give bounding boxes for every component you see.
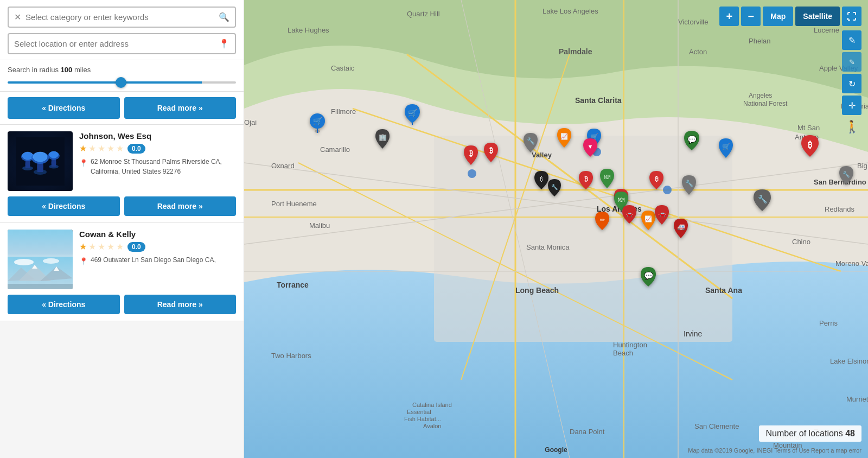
zoom-out-button[interactable]: − (741, 7, 761, 26)
star-3b: ★ (98, 241, 105, 252)
svg-text:₿: ₿ (584, 175, 588, 183)
result-address-1: 📍 62 Monroe St Thousand Palms Riverside … (79, 157, 236, 176)
result-buttons-2: « Directions Read more » (8, 295, 236, 314)
map-pin-wrench-gray-large[interactable]: 🔧 (753, 189, 771, 214)
result-item-1: Johnson, Wes Esq ★ ★ ★ ★ ★ 0.0 📍 62 Monr… (0, 125, 244, 223)
map-footer-text: Map data ©2019 Google, INEGI Terms of Us… (688, 447, 861, 454)
map-pin-building[interactable]: 🏢 (374, 129, 391, 152)
svg-text:Ojai: Ojai (244, 118, 257, 126)
edit-icon: ✎ (848, 35, 856, 46)
map-pin-truck-red[interactable]: 🚑 (673, 219, 689, 241)
map-pin-blue-cart-1[interactable]: 🛒 (309, 112, 326, 137)
read-more-button-1[interactable]: Read more » (124, 196, 237, 216)
svg-point-19 (14, 259, 34, 265)
google-attribution: Google (545, 446, 567, 454)
move-button[interactable]: ✛ (842, 96, 861, 115)
map-pin-bitcoin-1[interactable]: ₿ (463, 145, 479, 168)
map-pin-dropdown-pink[interactable]: ▼ (583, 138, 598, 160)
rating-badge-2: 0.0 (127, 242, 145, 252)
map-pin-chat-green-2[interactable]: 💬 (640, 267, 657, 291)
radius-slider-container (8, 77, 236, 88)
map-pin-wrench-3[interactable]: 🔧 (681, 175, 697, 198)
mushroom-svg (16, 137, 65, 186)
svg-text:Victorville: Victorville (678, 18, 708, 26)
clear-category-button[interactable]: ✕ (14, 12, 21, 22)
svg-text:National Forest: National Forest (743, 100, 788, 107)
result-buttons-1: « Directions Read more » (8, 196, 236, 216)
edit-map-button-2[interactable]: ✎ (842, 52, 861, 72)
svg-text:Port Hueneme: Port Hueneme (271, 200, 317, 208)
category-search-input[interactable] (25, 12, 219, 22)
svg-text:🔧: 🔧 (685, 179, 693, 187)
map-pin-bitcoin-3[interactable]: ₿ (578, 171, 593, 193)
svg-text:🔧: 🔧 (527, 137, 535, 145)
refresh-icon: ↻ (848, 79, 856, 89)
svg-text:Santa Clarita: Santa Clarita (575, 96, 622, 105)
svg-text:Chino: Chino (792, 238, 810, 246)
svg-text:🛒: 🛒 (722, 142, 730, 150)
map-pin-blue-cart-2[interactable]: 🛒 (404, 104, 421, 129)
map-pin-bitcoin-topright[interactable]: ₿ (801, 135, 819, 160)
star-2b: ★ (88, 241, 96, 252)
read-more-button-2[interactable]: Read more » (124, 295, 237, 314)
map-pin-food-green[interactable]: 🍽 (599, 169, 615, 192)
svg-text:Lake Elsinore: Lake Elsinore (830, 357, 868, 365)
svg-text:💬: 💬 (644, 271, 654, 281)
svg-point-20 (43, 258, 59, 264)
refresh-button[interactable]: ↻ (842, 74, 861, 93)
map-pin-edit-orange[interactable]: ✏ (595, 212, 610, 233)
fullscreen-button[interactable] (842, 7, 861, 26)
map-pin-wrench-1[interactable]: 🔧 (522, 133, 539, 156)
svg-text:₿: ₿ (489, 147, 493, 155)
map-area[interactable]: Lake Hughes Quartz Hill Lake Los Angeles… (244, 0, 868, 458)
map-pin-black-1[interactable]: ₿ (534, 171, 549, 193)
top-read-more-button[interactable]: Read more » (124, 97, 237, 119)
map-pin-car-red-1[interactable]: 🚗 (622, 205, 637, 227)
category-search-box: ✕ 🔍 (8, 7, 236, 28)
person-button[interactable]: 🚶 (842, 117, 861, 137)
directions-button-2[interactable]: « Directions (8, 295, 120, 314)
satellite-view-button[interactable]: Satellite (795, 7, 840, 26)
svg-text:🍽: 🍽 (604, 173, 610, 181)
svg-text:Lake Los Angeles: Lake Los Angeles (542, 7, 598, 15)
svg-text:Lucerne: Lucerne (814, 26, 839, 34)
map-pin-bitcoin-5[interactable]: ₿ (649, 171, 664, 193)
svg-point-9 (49, 151, 59, 158)
result-address-2: 📍 469 Outwater Ln San Diego San Diego CA… (79, 255, 236, 267)
map-pin-blue-cart-right[interactable]: 🛒 (718, 138, 734, 161)
radius-label: Search in radius 100 miles (8, 66, 236, 74)
result-content-2: Cowan & Kelly ★ ★ ★ ★ ★ 0.0 📍 469 Outwat… (8, 230, 236, 289)
map-pin-car-red-2[interactable]: 🚗 (654, 205, 670, 228)
svg-text:San Clemente: San Clemente (694, 422, 739, 430)
map-pin-chat-green-1[interactable]: 💬 (683, 131, 700, 155)
locations-count-value: 48 (845, 429, 855, 438)
map-view-button[interactable]: Map (763, 7, 793, 26)
zoom-in-button[interactable]: + (719, 7, 739, 26)
radius-slider[interactable] (8, 81, 236, 84)
mushroom-image (8, 131, 73, 191)
svg-point-36 (468, 169, 476, 178)
svg-text:Palmdale: Palmdale (559, 47, 592, 56)
svg-text:Malibu: Malibu (309, 221, 330, 230)
result-stars-1: ★ ★ ★ ★ ★ 0.0 (79, 143, 236, 154)
map-pin-trend-orange[interactable]: 📈 (556, 128, 572, 151)
svg-text:Angeles: Angeles (749, 92, 772, 99)
left-panel: ✕ 🔍 📍 Search in radius 100 miles « Direc… (0, 0, 244, 458)
map-controls-top-right: + − Map Satellite (719, 7, 861, 26)
star-4b: ★ (107, 241, 114, 252)
map-pin-black-2[interactable]: 🔧 (547, 179, 561, 200)
directions-button-1[interactable]: « Directions (8, 196, 120, 216)
svg-text:₿: ₿ (469, 149, 473, 157)
map-pin-bitcoin-2[interactable]: ₿ (483, 143, 499, 166)
top-directions-button[interactable]: « Directions (8, 97, 120, 119)
svg-text:Oxnard: Oxnard (271, 162, 295, 170)
edit-map-button[interactable]: ✎ (842, 30, 861, 50)
svg-text:Big: Big (857, 162, 867, 170)
svg-text:🚗: 🚗 (626, 209, 633, 217)
star-3: ★ (98, 143, 105, 154)
location-search-input[interactable] (14, 39, 219, 48)
svg-point-38 (663, 186, 672, 194)
svg-text:Redlands: Redlands (825, 205, 854, 213)
svg-text:🚑: 🚑 (677, 222, 685, 231)
person-icon: 🚶 (845, 120, 859, 134)
